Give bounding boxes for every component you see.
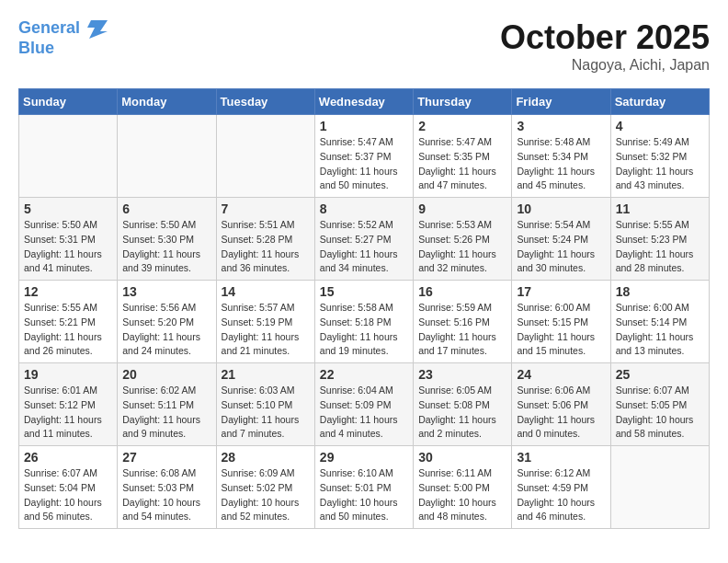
- day-info: Sunrise: 6:08 AM Sunset: 5:03 PM Dayligh…: [122, 466, 210, 524]
- calendar-week-1: 1Sunrise: 5:47 AM Sunset: 5:37 PM Daylig…: [19, 115, 710, 198]
- day-info: Sunrise: 6:05 AM Sunset: 5:08 PM Dayligh…: [418, 384, 506, 442]
- day-number: 7: [222, 201, 310, 216]
- day-number: 8: [320, 201, 408, 216]
- day-info: Sunrise: 6:00 AM Sunset: 5:14 PM Dayligh…: [616, 301, 704, 359]
- day-info: Sunrise: 5:59 AM Sunset: 5:16 PM Dayligh…: [418, 301, 506, 359]
- calendar-header-thursday: Thursday: [414, 89, 512, 115]
- calendar-week-2: 5Sunrise: 5:50 AM Sunset: 5:31 PM Daylig…: [19, 198, 710, 281]
- calendar-cell: 27Sunrise: 6:08 AM Sunset: 5:03 PM Dayli…: [118, 446, 216, 529]
- day-info: Sunrise: 5:52 AM Sunset: 5:27 PM Dayligh…: [320, 218, 408, 276]
- day-info: Sunrise: 5:57 AM Sunset: 5:19 PM Dayligh…: [222, 301, 310, 359]
- day-info: Sunrise: 5:54 AM Sunset: 5:24 PM Dayligh…: [517, 218, 605, 276]
- day-info: Sunrise: 5:53 AM Sunset: 5:26 PM Dayligh…: [418, 218, 506, 276]
- calendar-header-tuesday: Tuesday: [216, 89, 314, 115]
- calendar-header-monday: Monday: [118, 89, 216, 115]
- day-number: 3: [517, 119, 605, 133]
- calendar-header-sunday: Sunday: [19, 89, 118, 115]
- calendar-cell: 8Sunrise: 5:52 AM Sunset: 5:27 PM Daylig…: [314, 198, 413, 281]
- calendar-cell: [610, 446, 709, 529]
- day-info: Sunrise: 5:55 AM Sunset: 5:21 PM Dayligh…: [24, 301, 112, 359]
- day-number: 20: [122, 367, 210, 382]
- calendar-cell: 21Sunrise: 6:03 AM Sunset: 5:10 PM Dayli…: [216, 363, 314, 446]
- calendar-week-5: 26Sunrise: 6:07 AM Sunset: 5:04 PM Dayli…: [19, 446, 710, 529]
- calendar-cell: 1Sunrise: 5:47 AM Sunset: 5:37 PM Daylig…: [314, 115, 413, 198]
- calendar-header-wednesday: Wednesday: [314, 89, 413, 115]
- calendar-cell: 4Sunrise: 5:49 AM Sunset: 5:32 PM Daylig…: [610, 115, 709, 198]
- calendar-cell: 9Sunrise: 5:53 AM Sunset: 5:26 PM Daylig…: [414, 198, 512, 281]
- calendar-cell: 16Sunrise: 5:59 AM Sunset: 5:16 PM Dayli…: [414, 281, 512, 363]
- calendar-cell: 19Sunrise: 6:01 AM Sunset: 5:12 PM Dayli…: [19, 363, 118, 446]
- day-info: Sunrise: 6:07 AM Sunset: 5:04 PM Dayligh…: [24, 466, 112, 524]
- calendar-cell: 2Sunrise: 5:47 AM Sunset: 5:35 PM Daylig…: [414, 115, 512, 198]
- day-number: 31: [517, 450, 605, 465]
- calendar-cell: [19, 115, 118, 198]
- day-number: 23: [418, 367, 506, 382]
- day-info: Sunrise: 5:58 AM Sunset: 5:18 PM Dayligh…: [320, 301, 408, 359]
- day-info: Sunrise: 6:01 AM Sunset: 5:12 PM Dayligh…: [24, 384, 112, 442]
- day-number: 12: [24, 284, 112, 299]
- calendar-cell: 31Sunrise: 6:12 AM Sunset: 4:59 PM Dayli…: [512, 446, 610, 529]
- day-info: Sunrise: 6:09 AM Sunset: 5:02 PM Dayligh…: [222, 466, 310, 524]
- day-number: 13: [122, 284, 210, 299]
- day-number: 25: [616, 367, 704, 382]
- day-info: Sunrise: 5:50 AM Sunset: 5:30 PM Dayligh…: [122, 218, 210, 276]
- day-number: 28: [222, 450, 310, 465]
- logo: General Blue: [18, 18, 108, 59]
- logo-text: General Blue: [18, 18, 108, 59]
- day-info: Sunrise: 5:49 AM Sunset: 5:32 PM Dayligh…: [616, 135, 704, 193]
- day-number: 29: [320, 450, 408, 465]
- calendar-cell: 7Sunrise: 5:51 AM Sunset: 5:28 PM Daylig…: [216, 198, 314, 281]
- calendar: SundayMondayTuesdayWednesdayThursdayFrid…: [18, 88, 710, 529]
- day-number: 4: [616, 119, 704, 133]
- day-info: Sunrise: 5:55 AM Sunset: 5:23 PM Dayligh…: [616, 218, 704, 276]
- calendar-cell: 23Sunrise: 6:05 AM Sunset: 5:08 PM Dayli…: [414, 363, 512, 446]
- day-info: Sunrise: 6:10 AM Sunset: 5:01 PM Dayligh…: [320, 466, 408, 524]
- day-info: Sunrise: 6:07 AM Sunset: 5:05 PM Dayligh…: [616, 384, 704, 442]
- calendar-cell: [216, 115, 314, 198]
- calendar-cell: 14Sunrise: 5:57 AM Sunset: 5:19 PM Dayli…: [216, 281, 314, 363]
- calendar-cell: 20Sunrise: 6:02 AM Sunset: 5:11 PM Dayli…: [118, 363, 216, 446]
- calendar-cell: 25Sunrise: 6:07 AM Sunset: 5:05 PM Dayli…: [610, 363, 709, 446]
- calendar-header-friday: Friday: [512, 89, 610, 115]
- calendar-cell: 29Sunrise: 6:10 AM Sunset: 5:01 PM Dayli…: [314, 446, 413, 529]
- day-info: Sunrise: 6:00 AM Sunset: 5:15 PM Dayligh…: [517, 301, 605, 359]
- day-info: Sunrise: 6:11 AM Sunset: 5:00 PM Dayligh…: [418, 466, 506, 524]
- day-number: 17: [517, 284, 605, 299]
- svg-marker-0: [87, 20, 108, 39]
- location: Nagoya, Aichi, Japan: [500, 57, 710, 74]
- day-number: 18: [616, 284, 704, 299]
- day-info: Sunrise: 5:47 AM Sunset: 5:35 PM Dayligh…: [418, 135, 506, 193]
- day-info: Sunrise: 5:51 AM Sunset: 5:28 PM Dayligh…: [222, 218, 310, 276]
- day-info: Sunrise: 6:03 AM Sunset: 5:10 PM Dayligh…: [222, 384, 310, 442]
- day-number: 6: [122, 201, 210, 216]
- day-number: 21: [222, 367, 310, 382]
- day-info: Sunrise: 6:12 AM Sunset: 4:59 PM Dayligh…: [517, 466, 605, 524]
- calendar-cell: 10Sunrise: 5:54 AM Sunset: 5:24 PM Dayli…: [512, 198, 610, 281]
- calendar-cell: 28Sunrise: 6:09 AM Sunset: 5:02 PM Dayli…: [216, 446, 314, 529]
- calendar-cell: 24Sunrise: 6:06 AM Sunset: 5:06 PM Dayli…: [512, 363, 610, 446]
- day-info: Sunrise: 6:06 AM Sunset: 5:06 PM Dayligh…: [517, 384, 605, 442]
- day-number: 19: [24, 367, 112, 382]
- day-info: Sunrise: 5:48 AM Sunset: 5:34 PM Dayligh…: [517, 135, 605, 193]
- calendar-header-row: SundayMondayTuesdayWednesdayThursdayFrid…: [19, 89, 710, 115]
- day-number: 30: [418, 450, 506, 465]
- calendar-header-saturday: Saturday: [610, 89, 709, 115]
- month-title: October 2025: [500, 18, 710, 57]
- calendar-cell: 11Sunrise: 5:55 AM Sunset: 5:23 PM Dayli…: [610, 198, 709, 281]
- calendar-cell: 26Sunrise: 6:07 AM Sunset: 5:04 PM Dayli…: [19, 446, 118, 529]
- day-number: 11: [616, 201, 704, 216]
- calendar-cell: 3Sunrise: 5:48 AM Sunset: 5:34 PM Daylig…: [512, 115, 610, 198]
- calendar-cell: 22Sunrise: 6:04 AM Sunset: 5:09 PM Dayli…: [314, 363, 413, 446]
- calendar-cell: 12Sunrise: 5:55 AM Sunset: 5:21 PM Dayli…: [19, 281, 118, 363]
- page-header: General Blue October 2025 Nagoya, Aichi,…: [18, 18, 710, 74]
- day-number: 22: [320, 367, 408, 382]
- day-info: Sunrise: 5:56 AM Sunset: 5:20 PM Dayligh…: [122, 301, 210, 359]
- calendar-cell: 18Sunrise: 6:00 AM Sunset: 5:14 PM Dayli…: [610, 281, 709, 363]
- day-number: 2: [418, 119, 506, 133]
- calendar-cell: 6Sunrise: 5:50 AM Sunset: 5:30 PM Daylig…: [118, 198, 216, 281]
- calendar-cell: 15Sunrise: 5:58 AM Sunset: 5:18 PM Dayli…: [314, 281, 413, 363]
- day-number: 24: [517, 367, 605, 382]
- calendar-week-3: 12Sunrise: 5:55 AM Sunset: 5:21 PM Dayli…: [19, 281, 710, 363]
- calendar-cell: 5Sunrise: 5:50 AM Sunset: 5:31 PM Daylig…: [19, 198, 118, 281]
- day-number: 27: [122, 450, 210, 465]
